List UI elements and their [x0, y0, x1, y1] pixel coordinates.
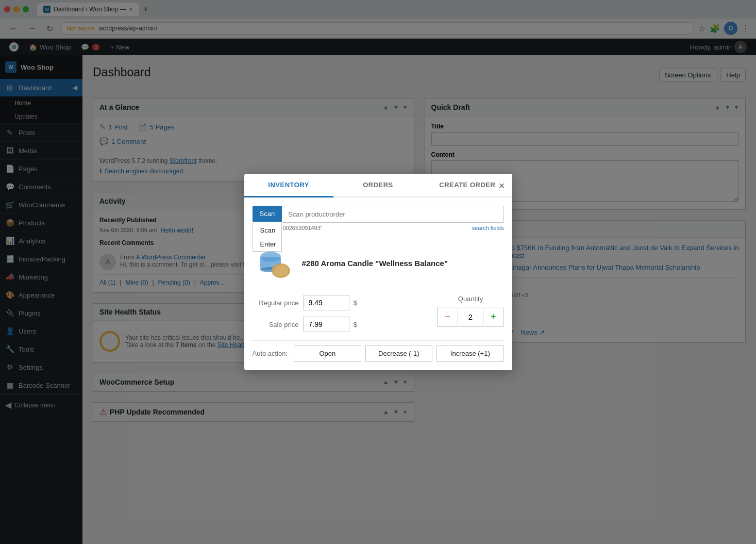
regular-price-currency: $: [354, 299, 357, 307]
sale-price-input[interactable]: [303, 317, 349, 332]
scan-dropdown: Scan Scan Enter: [253, 206, 282, 223]
quantity-increase-btn[interactable]: +: [483, 307, 503, 326]
regular-price-input[interactable]: [303, 295, 349, 310]
modal-close-button[interactable]: ×: [499, 180, 505, 192]
sale-price-label: Sale price: [253, 321, 299, 328]
scan-button[interactable]: Scan: [253, 206, 282, 222]
barcode-scanner-modal: × INVENTORY ORDERS CREATE ORDER Scan Sca…: [244, 174, 512, 370]
enter-option[interactable]: Enter: [253, 237, 282, 251]
scan-option[interactable]: Scan: [253, 223, 282, 237]
scan-options: Scan Enter: [253, 223, 282, 252]
modal-tabs: INVENTORY ORDERS CREATE ORDER: [244, 174, 512, 197]
quantity-controls: − +: [437, 307, 503, 327]
regular-price-label: Regular price: [253, 299, 299, 307]
action-open-btn[interactable]: Open: [294, 345, 361, 362]
quantity-label: Quantity: [458, 295, 483, 303]
sale-price-currency: $: [354, 321, 357, 328]
auto-action-row: Auto action: Open Decrease (-1) Increase…: [253, 340, 504, 362]
svg-point-4: [274, 266, 288, 276]
scan-input[interactable]: [282, 206, 503, 223]
action-increase-btn[interactable]: Increase (+1): [436, 345, 503, 362]
scan-row: Scan Scan Enter: [253, 206, 504, 223]
product-card: #280 Aroma Candle "Wellness Balance": [253, 237, 504, 289]
sale-price-field: Sale price $: [253, 317, 427, 332]
quantity-input[interactable]: [458, 308, 483, 325]
price-fields: Regular price $ Sale price $: [253, 295, 427, 332]
product-title: #280 Aroma Candle "Wellness Balance": [302, 259, 448, 268]
search-fields-link[interactable]: search fields: [472, 225, 504, 231]
auto-action-buttons: Open Decrease (-1) Increase (+1): [294, 345, 503, 362]
scan-meta: Found by "4002653091493" search fields: [253, 225, 504, 231]
quantity-section: Quantity − +: [437, 295, 503, 327]
regular-price-field: Regular price $: [253, 295, 427, 310]
modal-overlay[interactable]: × INVENTORY ORDERS CREATE ORDER Scan Sca…: [0, 0, 756, 544]
tab-inventory[interactable]: INVENTORY: [244, 174, 333, 197]
action-decrease-btn[interactable]: Decrease (-1): [365, 345, 432, 362]
modal-body: Scan Scan Enter Found by "4002653091493"…: [244, 197, 512, 370]
tab-orders[interactable]: ORDERS: [333, 174, 423, 196]
price-quantity-row: Regular price $ Sale price $ Quantity −: [253, 295, 504, 332]
quantity-decrease-btn[interactable]: −: [438, 307, 458, 326]
auto-action-label: Auto action:: [253, 350, 288, 357]
